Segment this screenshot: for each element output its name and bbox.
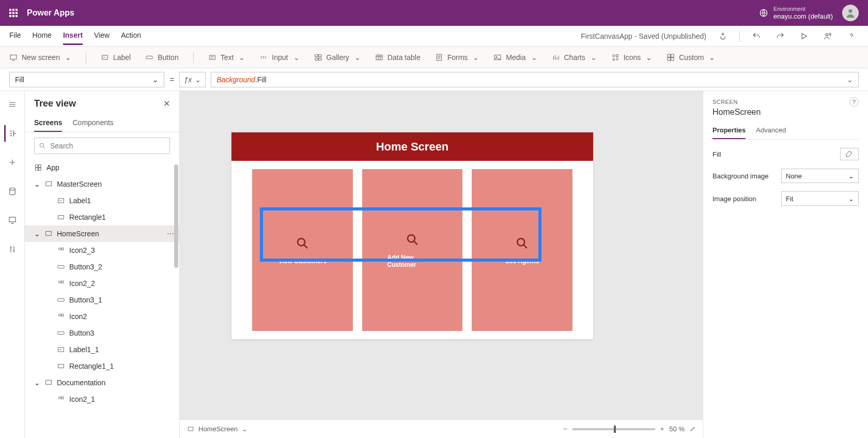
formula-token-prop: .Fill <box>255 75 267 84</box>
label-icon <box>101 53 109 62</box>
card-add-new-customer[interactable]: Add New Customer <box>362 169 463 331</box>
tree-search[interactable] <box>34 138 170 154</box>
tree-node-icon2-1[interactable]: Icon2_1 <box>25 391 179 407</box>
help-icon[interactable]: ? <box>849 97 859 107</box>
cmd-new-screen[interactable]: New screen ⌄ <box>9 53 71 62</box>
chevron-down-icon[interactable]: ⌄ <box>242 425 247 433</box>
rail-advanced-tools[interactable] <box>4 241 21 258</box>
rail-hamburger[interactable] <box>4 96 21 113</box>
formula-input[interactable]: Background.Fill ⌄ <box>211 72 859 87</box>
tree-node-icon2[interactable]: Icon2 <box>25 308 179 325</box>
scrollbar[interactable] <box>173 159 179 438</box>
tree-node-button3[interactable]: Button3 <box>25 325 179 341</box>
cmd-icons[interactable]: Icons⌄ <box>611 53 652 62</box>
fit-to-screen-icon[interactable]: ⤢ <box>690 425 695 433</box>
cmd-input-label: Input <box>272 53 288 62</box>
zoom-in[interactable]: + <box>660 425 664 433</box>
canvas-frame[interactable]: Home Screen View Customers Add New Custo… <box>231 132 593 339</box>
fx-button[interactable]: ƒx ⌄ <box>179 72 206 87</box>
left-rail <box>0 91 25 438</box>
tree-node-homescreen[interactable]: ⌄ HomeScreen ⋯ <box>25 225 179 242</box>
menu-file[interactable]: File <box>9 27 21 45</box>
tree-node-icon2-3[interactable]: Icon2_3 <box>25 242 179 259</box>
chevron-down-icon: ⌄ <box>847 75 853 84</box>
rail-tree-view[interactable] <box>4 125 21 142</box>
card-view-customers[interactable]: View Customers <box>252 169 353 331</box>
tree-node-icon2-2[interactable]: Icon2_2 <box>25 275 179 292</box>
zoom-out[interactable]: − <box>563 425 567 433</box>
scrollbar-thumb[interactable] <box>174 164 178 268</box>
tree-node-button3-2[interactable]: Button3_2 <box>25 259 179 275</box>
cmd-media[interactable]: Media⌄ <box>493 53 537 62</box>
redo-icon[interactable] <box>773 29 787 43</box>
cmd-button[interactable]: Button <box>145 53 178 62</box>
card-label: View Customers <box>278 257 327 264</box>
rail-insert[interactable] <box>4 154 21 171</box>
user-avatar[interactable] <box>842 5 859 21</box>
rail-media[interactable] <box>4 212 21 229</box>
tree-node-button3-1[interactable]: Button3_1 <box>25 292 179 308</box>
tree-node-rectangle1[interactable]: Rectangle1 <box>25 209 179 225</box>
chevron-down-icon: ⌄ <box>34 230 40 238</box>
menu-action[interactable]: Action <box>121 27 141 45</box>
text-icon <box>208 53 216 62</box>
cmd-data-table[interactable]: Data table <box>375 53 421 62</box>
tab-properties[interactable]: Properties <box>712 122 746 139</box>
bg-image-select[interactable]: None ⌄ <box>781 169 859 183</box>
tree-node-rectangle1-1[interactable]: Rectangle1_1 <box>25 358 179 374</box>
tree-node-label1-1[interactable]: Label1_1 <box>25 341 179 358</box>
help-icon[interactable] <box>844 29 859 43</box>
cmd-label[interactable]: Label <box>101 53 131 62</box>
cmd-gallery[interactable]: Gallery⌄ <box>314 53 361 62</box>
tab-screens[interactable]: Screens <box>34 114 62 132</box>
cmd-text[interactable]: Text⌄ <box>208 53 245 62</box>
rectangle-icon <box>57 213 65 221</box>
tree-node-documentation[interactable]: ⌄ Documentation <box>25 374 179 391</box>
property-selector[interactable]: Fill ⌄ <box>9 72 164 87</box>
app-checker-icon[interactable] <box>716 29 730 43</box>
cmd-forms[interactable]: Forms⌄ <box>435 53 479 62</box>
menu-insert[interactable]: Insert <box>63 27 83 45</box>
undo-icon[interactable] <box>749 29 764 43</box>
svg-rect-45 <box>46 380 52 384</box>
cmd-custom[interactable]: Custom⌄ <box>667 53 715 62</box>
tree-node-app[interactable]: App <box>25 159 179 176</box>
canvas-breadcrumb[interactable]: HomeScreen <box>198 425 238 433</box>
app-status: FirstCanvasApp - Saved (Unpublished) <box>581 32 706 40</box>
formula-bar: Fill ⌄ = ƒx ⌄ Background.Fill ⌄ <box>0 68 868 91</box>
fill-color-picker[interactable] <box>840 148 859 160</box>
cmd-forms-label: Forms <box>447 53 468 62</box>
svg-rect-22 <box>671 57 674 60</box>
close-icon[interactable]: ✕ <box>163 99 170 109</box>
app-launcher-icon[interactable] <box>9 9 18 17</box>
tree-node-masterscreen[interactable]: ⌄ MasterScreen <box>25 176 179 192</box>
tab-components[interactable]: Components <box>72 114 113 132</box>
card-see-agents[interactable]: See Agents <box>472 169 572 331</box>
svg-rect-27 <box>39 165 41 168</box>
menu-view[interactable]: View <box>94 27 110 45</box>
image-position-select[interactable]: Fit ⌄ <box>781 191 859 206</box>
share-icon[interactable] <box>820 29 835 43</box>
zoom-thumb[interactable] <box>614 426 616 433</box>
environment-picker[interactable]: Environment enayu.com (default) <box>759 6 833 21</box>
svg-rect-30 <box>46 182 52 186</box>
tree-node-label: Icon2_1 <box>69 395 95 403</box>
cmd-charts[interactable]: Charts⌄ <box>552 53 597 62</box>
button-icon <box>57 263 65 271</box>
tree-node-label1[interactable]: Label1 <box>25 192 179 209</box>
svg-rect-20 <box>671 54 674 57</box>
props-kicker: SCREEN <box>712 99 738 105</box>
svg-rect-33 <box>46 231 52 235</box>
rail-data[interactable] <box>4 183 21 200</box>
menu-home[interactable]: Home <box>33 27 52 45</box>
svg-rect-10 <box>315 58 318 60</box>
top-header-left: Power Apps <box>9 8 74 18</box>
tab-advanced[interactable]: Advanced <box>756 122 786 139</box>
svg-rect-8 <box>315 54 318 56</box>
cmd-input[interactable]: Input⌄ <box>259 53 299 62</box>
top-header-right: Environment enayu.com (default) <box>759 5 859 21</box>
play-icon[interactable] <box>797 29 811 43</box>
zoom-slider[interactable] <box>572 428 655 430</box>
canvas-area[interactable]: Home Screen View Customers Add New Custo… <box>180 91 703 438</box>
tree-search-input[interactable] <box>50 142 165 150</box>
